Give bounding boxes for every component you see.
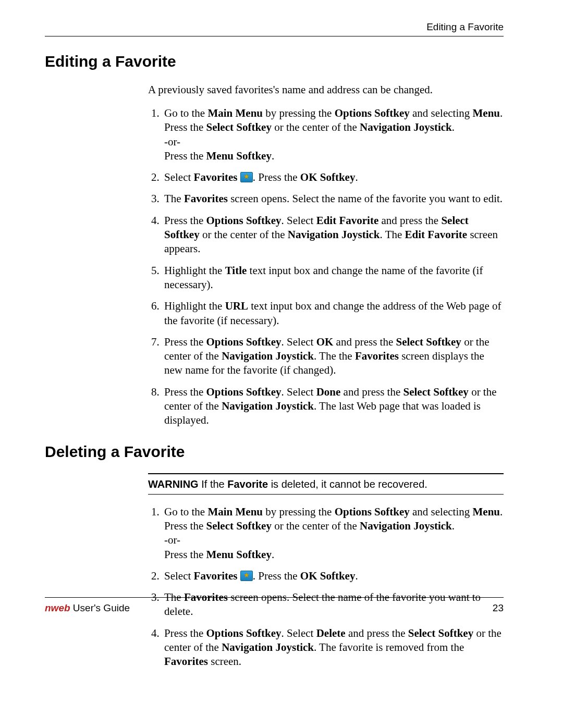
- term-options-softkey: Options Softkey: [206, 627, 282, 639]
- footer-guide: User's Guide: [70, 602, 130, 613]
- text: Press the: [164, 336, 206, 348]
- footer-rule: [45, 597, 504, 598]
- term-edit-favorite: Edit Favorite: [316, 214, 379, 227]
- text: or the center of the: [200, 228, 288, 241]
- term-select-softkey: Select Softkey: [408, 627, 473, 639]
- running-head: Editing a Favorite: [45, 21, 504, 34]
- text: is deleted, it cannot be recovered.: [268, 478, 427, 490]
- term-navigation-joystick: Navigation Joystick: [360, 520, 452, 532]
- or-text: -or-: [164, 534, 180, 546]
- text: by pressing the: [263, 505, 335, 518]
- term-navigation-joystick: Navigation Joystick: [222, 641, 314, 653]
- term-menu-softkey: Menu Softkey: [206, 548, 272, 561]
- term-done: Done: [316, 386, 341, 398]
- text: . The favorite is removed from the: [314, 641, 464, 653]
- term-select-softkey: Select Softkey: [206, 520, 272, 532]
- warning-box: WARNING If the Favorite is deleted, it c…: [148, 473, 504, 495]
- term-options-softkey: Options Softkey: [206, 386, 282, 398]
- term-main-menu: Main Menu: [207, 107, 263, 119]
- term-menu-softkey: Menu Softkey: [206, 150, 272, 162]
- term-favorites: Favorites: [184, 192, 228, 205]
- text: and press the: [346, 627, 408, 639]
- term-options-softkey: Options Softkey: [206, 214, 282, 227]
- term-navigation-joystick: Navigation Joystick: [222, 350, 314, 362]
- term-options-softkey: Options Softkey: [206, 336, 282, 348]
- text: . Select: [282, 627, 316, 639]
- text: Press the: [164, 548, 206, 561]
- text: screen opens. Select the name of the fav…: [228, 192, 503, 205]
- text: Press the: [164, 386, 206, 398]
- text: .: [355, 171, 358, 183]
- text: .: [355, 570, 358, 582]
- text: and press the: [340, 386, 403, 398]
- step-item: Select Favorites . Press the OK Softkey.: [162, 170, 504, 184]
- text: . Select: [282, 336, 316, 348]
- term-navigation-joystick: Navigation Joystick: [288, 228, 380, 241]
- text: and selecting: [410, 505, 473, 518]
- text: Go to the: [164, 107, 207, 119]
- term-ok: OK: [316, 336, 334, 348]
- term-select-softkey: Select Softkey: [206, 121, 272, 133]
- term-favorites: Favorites: [164, 655, 208, 668]
- text: .: [272, 548, 274, 561]
- text: The: [164, 192, 184, 205]
- term-menu: Menu: [472, 107, 500, 119]
- text: If the: [199, 478, 228, 490]
- text: and press the: [333, 336, 396, 348]
- page-footer: nweb User's Guide 23: [45, 597, 504, 615]
- text: by pressing the: [263, 107, 335, 119]
- text: . Select: [282, 386, 316, 398]
- step-item: Press the Options Softkey. Select Edit F…: [162, 214, 504, 256]
- term-favorite: Favorite: [227, 478, 268, 490]
- step-item: Go to the Main Menu by pressing the Opti…: [162, 106, 504, 163]
- text: Select: [164, 570, 194, 582]
- section-heading-editing: Editing a Favorite: [45, 51, 504, 71]
- step-item: Press the Options Softkey. Select Delete…: [162, 626, 504, 669]
- or-text: -or-: [164, 135, 180, 148]
- favorites-icon: [240, 172, 253, 182]
- term-main-menu: Main Menu: [207, 505, 263, 518]
- text: Press the: [164, 627, 206, 639]
- text: or the center of the: [272, 520, 360, 532]
- step-item: Highlight the URL text input box and cha…: [162, 299, 504, 328]
- text: Press the: [164, 150, 206, 162]
- section-heading-deleting: Deleting a Favorite: [45, 441, 504, 462]
- term-select-softkey: Select Softkey: [403, 386, 468, 398]
- step-item: Go to the Main Menu by pressing the Opti…: [162, 505, 504, 562]
- text: Go to the: [164, 505, 207, 518]
- editing-steps-list: Go to the Main Menu by pressing the Opti…: [148, 106, 504, 428]
- warning-label: WARNING: [148, 478, 199, 490]
- step-item: The Favorites screen opens. Select the n…: [162, 192, 504, 206]
- text: . Press the: [253, 570, 300, 582]
- term-navigation-joystick: Navigation Joystick: [360, 121, 452, 133]
- text: .: [272, 150, 274, 162]
- footer-brand: nweb: [45, 602, 70, 613]
- text: . Select: [282, 214, 316, 227]
- term-ok-softkey: OK Softkey: [300, 171, 356, 183]
- text: . The the: [314, 350, 355, 362]
- term-delete: Delete: [316, 627, 346, 639]
- step-item: Press the Options Softkey. Select OK and…: [162, 335, 504, 378]
- section1-intro: A previously saved favorites's name and …: [148, 83, 504, 97]
- text: .: [452, 520, 455, 532]
- favorites-icon: [240, 571, 253, 581]
- term-navigation-joystick: Navigation Joystick: [222, 400, 314, 412]
- term-ok-softkey: OK Softkey: [300, 570, 356, 582]
- text: Select: [164, 171, 194, 183]
- header-rule: [45, 36, 504, 36]
- text: and selecting: [410, 107, 473, 119]
- term-menu: Menu: [472, 505, 500, 518]
- term-favorites: Favorites: [194, 171, 238, 183]
- text: Highlight the: [164, 264, 225, 277]
- step-item: Select Favorites . Press the OK Softkey.: [162, 569, 504, 583]
- term-title: Title: [225, 264, 247, 277]
- term-favorites: Favorites: [355, 350, 399, 362]
- text: and press the: [378, 214, 441, 227]
- text: . The: [380, 228, 405, 241]
- term-edit-favorite: Edit Favorite: [405, 228, 468, 241]
- page-number: 23: [493, 602, 504, 615]
- step-item: Press the Options Softkey. Select Done a…: [162, 385, 504, 428]
- text: Highlight the: [164, 300, 225, 312]
- text: Press the: [164, 214, 206, 227]
- text: screen.: [208, 655, 241, 668]
